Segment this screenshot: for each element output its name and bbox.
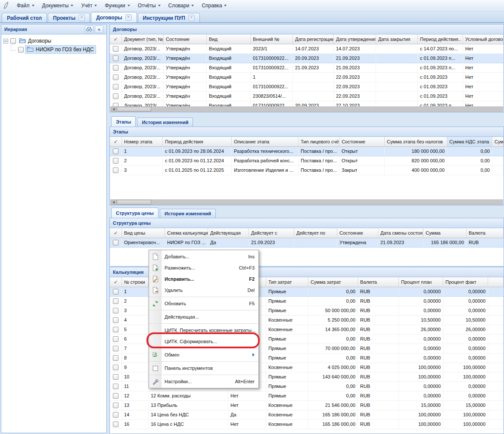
tab-Рабочий стол[interactable]: Рабочий стол [2, 13, 47, 22]
row-checkbox[interactable] [110, 63, 122, 72]
row-checkbox[interactable] [110, 344, 122, 353]
tab-Структура цены[interactable]: Структура цены [111, 208, 159, 218]
column-header[interactable]: Процент план [399, 277, 443, 287]
menu-item[interactable]: УдалитьDel [149, 285, 258, 296]
table-row[interactable]: 1с 01.09.2023 по 28.06.2024Разработка те… [110, 147, 504, 156]
select-all-header[interactable]: ✓ [110, 228, 122, 238]
menu-item[interactable]: ЦИТК. Сформировать... [149, 336, 258, 347]
tab-Проекты[interactable]: Проекты× [48, 13, 90, 22]
row-checkbox[interactable] [110, 92, 122, 101]
menu-item[interactable]: Исправить...F2 [149, 273, 258, 285]
select-all-header[interactable]: ✓ [110, 277, 122, 287]
menu-item[interactable]: Настройки...Alt+Enter [149, 376, 258, 387]
scroll-left-button[interactable] [110, 106, 117, 112]
table-row[interactable]: 2с 01.09.2023 по 01.12.2024Разработка ра… [110, 156, 504, 166]
close-icon[interactable]: × [125, 14, 132, 21]
menu-item[interactable]: Добавить...Ins [149, 251, 258, 262]
select-all-header[interactable]: ✓ [110, 34, 122, 44]
search-icon[interactable] [85, 25, 93, 33]
row-checkbox[interactable] [110, 54, 122, 63]
scrollbar-thumb[interactable] [117, 107, 151, 112]
column-header[interactable]: Тип лицевого счёт [299, 137, 339, 146]
column-header[interactable]: Сумма [423, 228, 467, 238]
row-checkbox[interactable] [110, 287, 122, 296]
row-checkbox[interactable] [110, 372, 122, 381]
column-header[interactable]: Внешний № [251, 34, 293, 44]
row-checkbox[interactable] [110, 391, 122, 400]
column-header[interactable]: Вид цены [122, 228, 165, 238]
row-checkbox[interactable] [110, 353, 122, 363]
column-header[interactable]: Действующая [208, 228, 249, 238]
row-checkbox[interactable] [110, 73, 122, 82]
column-header[interactable]: Процент факт [443, 277, 488, 287]
column-header[interactable]: Дата смены состоя [378, 228, 423, 238]
column-header[interactable]: Документ (тип, № [122, 34, 164, 44]
menu-item[interactable]: ЦИТК. Пересчитать косвенные затраты... [149, 325, 258, 336]
tree-node[interactable]: Договоры [1, 37, 106, 45]
close-icon[interactable]: × [188, 15, 195, 21]
tree-node[interactable]: НИОКР по ГОЗ без НДС [1, 45, 106, 54]
menubar-item[interactable]: Отчёты [134, 1, 165, 10]
menubar-item[interactable]: Учёт [77, 1, 101, 10]
column-header[interactable]: Состояние [164, 34, 207, 44]
column-header[interactable]: Сумма НДС этапа [447, 137, 492, 146]
table-row[interactable]: Ориентировоч...НИОКР по ГОЗ ...Да21.09.2… [110, 238, 504, 248]
close-icon[interactable]: × [78, 15, 85, 21]
row-checkbox[interactable] [110, 410, 122, 419]
row-checkbox[interactable] [110, 382, 122, 391]
column-header[interactable]: Схема калькуляци [165, 228, 208, 238]
tab-Этапы[interactable]: Этапы [111, 116, 136, 127]
menubar-item[interactable]: Документы [38, 1, 78, 10]
column-header[interactable]: Действует с [249, 228, 294, 238]
menu-item[interactable]: Действующая... [149, 311, 258, 322]
column-header[interactable]: Дата регистрации. [293, 34, 334, 44]
column-header[interactable]: Сумма затрат [308, 277, 358, 287]
table-row[interactable]: 1414 Цена без НДСДаКосвенные165 186 000,… [110, 410, 504, 420]
column-header[interactable]: Состояние [339, 137, 385, 146]
row-checkbox[interactable] [110, 325, 122, 334]
row-checkbox[interactable] [110, 44, 122, 53]
tree-checkbox[interactable] [18, 47, 24, 53]
column-header[interactable]: Период действия [163, 137, 232, 146]
menubar-item[interactable]: Функции [101, 1, 134, 10]
column-header[interactable]: Сумма этапа без налогов [385, 137, 447, 146]
tab-Инструкции ПУП[interactable]: Инструкции ПУП× [138, 13, 200, 22]
column-header[interactable]: Сумм [492, 137, 504, 146]
column-header[interactable]: Период действия.. [418, 34, 463, 44]
row-checkbox[interactable] [110, 297, 122, 306]
row-checkbox[interactable] [110, 420, 122, 429]
menu-item[interactable]: Панель инструментов [149, 363, 258, 374]
table-row[interactable]: 1616 Цена с НДСНетКосвенные165 186 000,0… [110, 420, 504, 429]
table-row[interactable]: Договор, 2023/...УтверждёнВходящий017310… [110, 82, 504, 92]
row-checkbox[interactable] [110, 82, 122, 91]
column-header[interactable]: Дата закрытия [376, 34, 418, 44]
horizontal-scrollbar[interactable] [110, 106, 503, 112]
table-row[interactable]: 1313 ПрибыльНетКосвенные21 546 000,00RUB… [110, 401, 504, 410]
tree-checkbox[interactable] [10, 38, 16, 44]
horizontal-scrollbar[interactable] [110, 199, 503, 205]
row-checkbox[interactable] [110, 147, 122, 156]
row-checkbox[interactable] [110, 316, 122, 325]
column-header[interactable]: Вид [207, 34, 251, 44]
row-checkbox[interactable] [110, 166, 122, 175]
column-header[interactable]: Валюта [467, 228, 504, 238]
table-row[interactable]: Договор, 2023/...УтверждёнВходящий122.09… [110, 73, 504, 82]
tab-Договоры[interactable]: Договоры× [91, 12, 137, 22]
row-checkbox[interactable] [110, 156, 122, 165]
tab-История изменений[interactable]: История изменений [137, 118, 193, 127]
menubar-item[interactable]: Словари [165, 1, 198, 10]
row-checkbox[interactable] [110, 306, 122, 315]
row-checkbox[interactable] [110, 335, 122, 344]
column-header[interactable]: Номер этапа [122, 137, 163, 146]
table-row[interactable]: Договор, 2023/...УтверждёнВходящий2023/1… [110, 44, 504, 54]
tab-История изменений[interactable]: История изменений [160, 209, 216, 218]
column-header[interactable]: Дата утверждения [334, 34, 376, 44]
table-row[interactable]: 3с 01.01.2025 по 01.12.2025Изготовление … [110, 166, 504, 175]
menu-item[interactable]: Размножить...Ctrl+F3 [149, 262, 258, 273]
column-header[interactable]: Состояние [337, 228, 378, 238]
row-checkbox[interactable] [110, 238, 122, 247]
row-checkbox[interactable] [110, 363, 122, 372]
scrollbar-thumb[interactable] [117, 200, 151, 205]
tree-expander-icon[interactable] [3, 39, 8, 43]
column-header[interactable]: Описание этапа [232, 137, 299, 146]
